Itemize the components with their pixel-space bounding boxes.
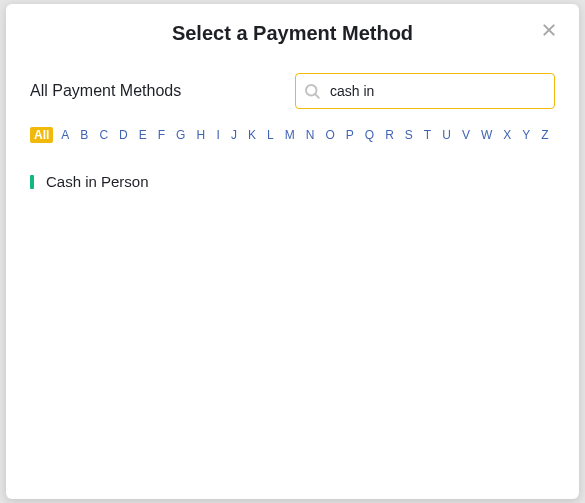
filter-row: All Payment Methods [6,55,579,117]
item-label: Cash in Person [46,173,149,190]
alpha-filter-w[interactable]: W [478,127,495,143]
alpha-filter-r[interactable]: R [382,127,397,143]
alpha-filter-i[interactable]: I [213,127,223,143]
modal-title: Select a Payment Method [26,22,559,45]
payment-method-modal: Select a Payment Method All Payment Meth… [6,4,579,499]
alpha-filter-o[interactable]: O [322,127,337,143]
search-input[interactable] [295,73,555,109]
alpha-filter-z[interactable]: Z [538,127,551,143]
close-icon [541,22,557,42]
alpha-filter-y[interactable]: Y [519,127,533,143]
alpha-filter-h[interactable]: H [193,127,208,143]
item-accent [30,175,34,189]
alpha-filter-k[interactable]: K [245,127,259,143]
alpha-filter-q[interactable]: Q [362,127,377,143]
alpha-filter-g[interactable]: G [173,127,188,143]
alpha-filter-n[interactable]: N [303,127,318,143]
alphabet-filter: AllABCDEFGHIJKLMNOPQRSTUVWXYZ [6,117,579,149]
alpha-filter-d[interactable]: D [116,127,131,143]
close-button[interactable] [537,20,561,44]
alpha-filter-t[interactable]: T [421,127,434,143]
alpha-filter-a[interactable]: A [58,127,72,143]
alpha-filter-u[interactable]: U [439,127,454,143]
alpha-filter-l[interactable]: L [264,127,277,143]
alpha-filter-m[interactable]: M [282,127,298,143]
alpha-filter-v[interactable]: V [459,127,473,143]
search-wrap [295,73,555,109]
results-list: Cash in Person [6,149,579,214]
alpha-filter-c[interactable]: C [96,127,111,143]
alpha-filter-b[interactable]: B [77,127,91,143]
modal-header: Select a Payment Method [6,4,579,55]
alpha-filter-f[interactable]: F [155,127,168,143]
alpha-filter-all[interactable]: All [30,127,53,143]
alpha-filter-j[interactable]: J [228,127,240,143]
alpha-filter-s[interactable]: S [402,127,416,143]
alpha-filter-x[interactable]: X [500,127,514,143]
filter-subtitle: All Payment Methods [30,82,181,100]
alpha-filter-p[interactable]: P [343,127,357,143]
alpha-filter-e[interactable]: E [136,127,150,143]
payment-method-item[interactable]: Cash in Person [30,167,555,196]
